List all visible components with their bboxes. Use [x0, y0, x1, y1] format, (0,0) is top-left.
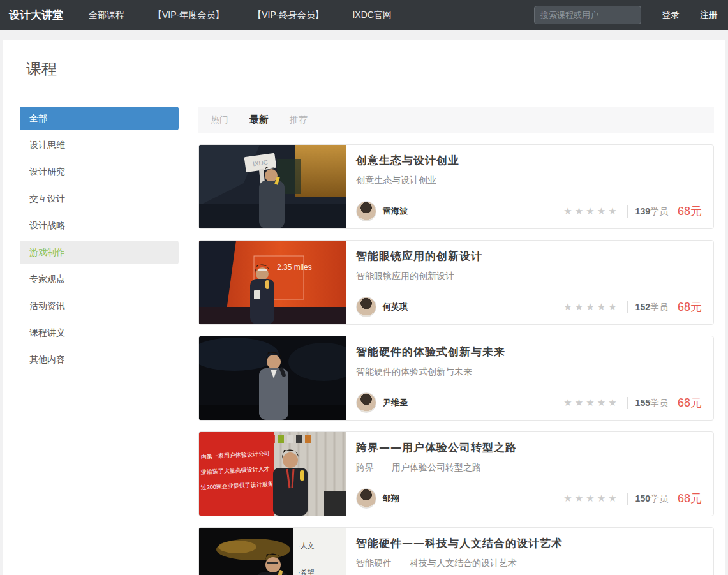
course-subtitle: 跨界——用户体验公司转型之路 — [356, 462, 702, 474]
students-number: 155 — [635, 398, 650, 408]
course-meta-row: 尹维圣★★★★★155学员68元 — [356, 392, 702, 413]
sidebar-item-8[interactable]: 课程讲义 — [20, 321, 179, 345]
instructor-name[interactable]: 尹维圣 — [383, 397, 408, 408]
students-unit: 学员 — [650, 398, 668, 408]
meta-divider — [627, 493, 628, 505]
students-count: 152学员 — [635, 301, 668, 313]
svg-text:2.35 miles: 2.35 miles — [277, 263, 312, 272]
nav-link-1[interactable]: 【VIP-年度会员】 — [153, 10, 224, 21]
course-card[interactable]: 2.35 miles 智能眼镜应用的创新设计智能眼镜应用的创新设计何英琪★★★★… — [198, 240, 714, 325]
tab-2[interactable]: 推荐 — [290, 114, 308, 126]
course-price: 68元 — [678, 491, 702, 506]
course-meta-right: ★★★★★139学员68元 — [563, 204, 702, 219]
sidebar-item-1[interactable]: 设计思维 — [20, 133, 179, 157]
course-card-body: 智能硬件——科技与人文结合的设计艺术智能硬件——科技与人文结合的设计艺术 — [346, 528, 713, 575]
course-subtitle: 智能眼镜应用的创新设计 — [356, 271, 702, 282]
page-panel: 课程 全部设计思维设计研究交互设计设计战略游戏制作专家观点活动资讯课程讲义其他内… — [3, 40, 725, 575]
course-thumbnail[interactable] — [199, 336, 346, 420]
course-price: 68元 — [678, 299, 702, 315]
tab-1[interactable]: 最新 — [249, 114, 269, 126]
sidebar-item-3[interactable]: 交互设计 — [20, 187, 179, 211]
course-thumbnail-image — [199, 336, 346, 420]
top-navbar: 设计大讲堂 全部课程【VIP-年度会员】【VIP-终身会员】IXDC官网 登录 … — [0, 0, 728, 30]
course-subtitle: 创意生态与设计创业 — [356, 175, 702, 186]
sidebar-item-9[interactable]: 其他内容 — [20, 348, 179, 371]
sidebar-item-4[interactable]: 设计战略 — [20, 214, 179, 237]
course-price: 68元 — [678, 395, 702, 410]
course-card[interactable]: ·人文·希望 智能硬件——科技与人文结合的设计艺术智能硬件——科技与人文结合的设… — [198, 527, 714, 575]
nav-link-3[interactable]: IXDC官网 — [352, 10, 391, 21]
course-thumbnail-image: 内第一家用户体验设计公司业输送了大量高级设计人才过200家企业提供了设计服务 — [199, 432, 346, 516]
course-thumbnail[interactable]: IXDC — [199, 145, 346, 228]
course-main: 热门最新推荐 IXDC 创意生态与设计创业创意生态与设计创业雷海波★★★★★13… — [198, 107, 714, 575]
content: 全部设计思维设计研究交互设计设计战略游戏制作专家观点活动资讯课程讲义其他内容 热… — [3, 93, 725, 575]
tab-0[interactable]: 热门 — [211, 114, 228, 126]
instructor-avatar[interactable] — [356, 488, 376, 509]
course-thumbnail-image: 2.35 miles — [199, 241, 346, 324]
sidebar-item-7[interactable]: 活动资讯 — [20, 294, 179, 318]
course-card-body: 创意生态与设计创业创意生态与设计创业雷海波★★★★★139学员68元 — [346, 145, 713, 228]
students-number: 152 — [635, 302, 650, 312]
instructor-avatar[interactable] — [356, 297, 376, 317]
rating-stars-icon: ★★★★★ — [563, 301, 619, 313]
course-card-body: 智能硬件的体验式创新与未来智能硬件的体验式创新与未来尹维圣★★★★★155学员6… — [346, 336, 713, 420]
meta-divider — [627, 301, 628, 313]
instructor-avatar[interactable] — [356, 392, 376, 413]
students-unit: 学员 — [650, 493, 668, 504]
students-number: 139 — [635, 206, 650, 216]
course-thumbnail-image: IXDC — [199, 145, 346, 228]
course-price: 68元 — [678, 204, 702, 219]
course-card-body: 跨界——用户体验公司转型之路跨界——用户体验公司转型之路邹翔★★★★★150学员… — [346, 432, 713, 516]
sidebar-item-6[interactable]: 专家观点 — [20, 267, 179, 291]
sidebar-item-0[interactable]: 全部 — [20, 107, 179, 130]
category-sidebar: 全部设计思维设计研究交互设计设计战略游戏制作专家观点活动资讯课程讲义其他内容 — [20, 107, 179, 575]
students-count: 150学员 — [635, 493, 668, 505]
login-link[interactable]: 登录 — [662, 10, 680, 21]
search-input[interactable] — [534, 6, 641, 24]
instructor-name[interactable]: 雷海波 — [383, 205, 408, 217]
course-card[interactable]: 内第一家用户体验设计公司业输送了大量高级设计人才过200家企业提供了设计服务 跨… — [198, 431, 714, 516]
students-unit: 学员 — [650, 302, 668, 312]
students-unit: 学员 — [650, 206, 668, 216]
course-meta-right: ★★★★★150学员68元 — [563, 491, 702, 506]
course-subtitle: 智能硬件的体验式创新与未来 — [356, 366, 702, 378]
course-title[interactable]: 智能硬件——科技与人文结合的设计艺术 — [356, 536, 702, 551]
svg-text:·希望: ·希望 — [298, 569, 315, 575]
nav-link-2[interactable]: 【VIP-终身会员】 — [253, 10, 323, 21]
course-meta-row: 邹翔★★★★★150学员68元 — [356, 488, 702, 509]
instructor-name[interactable]: 邹翔 — [383, 493, 399, 504]
course-card[interactable]: IXDC 创意生态与设计创业创意生态与设计创业雷海波★★★★★139学员68元 — [198, 144, 714, 229]
instructor-name[interactable]: 何英琪 — [383, 301, 408, 313]
sidebar-item-5[interactable]: 游戏制作 — [20, 241, 179, 264]
register-link[interactable]: 注册 — [700, 10, 718, 21]
rating-stars-icon: ★★★★★ — [563, 493, 619, 504]
students-count: 155学员 — [635, 397, 668, 409]
instructor-avatar[interactable] — [356, 201, 376, 221]
course-thumbnail-image: ·人文·希望 — [199, 528, 346, 575]
course-thumbnail[interactable]: ·人文·希望 — [199, 528, 346, 575]
course-title[interactable]: 智能硬件的体验式创新与未来 — [356, 345, 702, 359]
rating-stars-icon: ★★★★★ — [563, 205, 619, 217]
course-title[interactable]: 跨界——用户体验公司转型之路 — [356, 440, 702, 455]
nav-links: 全部课程【VIP-年度会员】【VIP-终身会员】IXDC官网 — [89, 10, 420, 21]
nav-link-0[interactable]: 全部课程 — [89, 10, 124, 21]
course-title[interactable]: 创意生态与设计创业 — [356, 153, 702, 168]
students-number: 150 — [635, 493, 650, 504]
sidebar-item-2[interactable]: 设计研究 — [20, 160, 179, 184]
brand-logo[interactable]: 设计大讲堂 — [9, 8, 63, 22]
course-thumbnail[interactable]: 内第一家用户体验设计公司业输送了大量高级设计人才过200家企业提供了设计服务 — [199, 432, 346, 516]
course-card-body: 智能眼镜应用的创新设计智能眼镜应用的创新设计何英琪★★★★★152学员68元 — [346, 241, 713, 324]
course-meta-right: ★★★★★155学员68元 — [563, 395, 702, 410]
page-title: 课程 — [3, 40, 725, 79]
course-meta-row: 何英琪★★★★★152学员68元 — [356, 297, 702, 317]
students-count: 139学员 — [635, 205, 668, 218]
course-title[interactable]: 智能眼镜应用的创新设计 — [356, 249, 702, 264]
course-card[interactable]: 智能硬件的体验式创新与未来智能硬件的体验式创新与未来尹维圣★★★★★155学员6… — [198, 336, 714, 421]
rating-stars-icon: ★★★★★ — [563, 397, 619, 408]
course-meta-right: ★★★★★152学员68元 — [563, 299, 702, 315]
course-thumbnail[interactable]: 2.35 miles — [199, 241, 346, 324]
meta-divider — [627, 397, 628, 409]
course-subtitle: 智能硬件——科技与人文结合的设计艺术 — [356, 558, 702, 569]
course-meta-row: 雷海波★★★★★139学员68元 — [356, 201, 702, 221]
sort-tabbar: 热门最新推荐 — [198, 107, 714, 133]
